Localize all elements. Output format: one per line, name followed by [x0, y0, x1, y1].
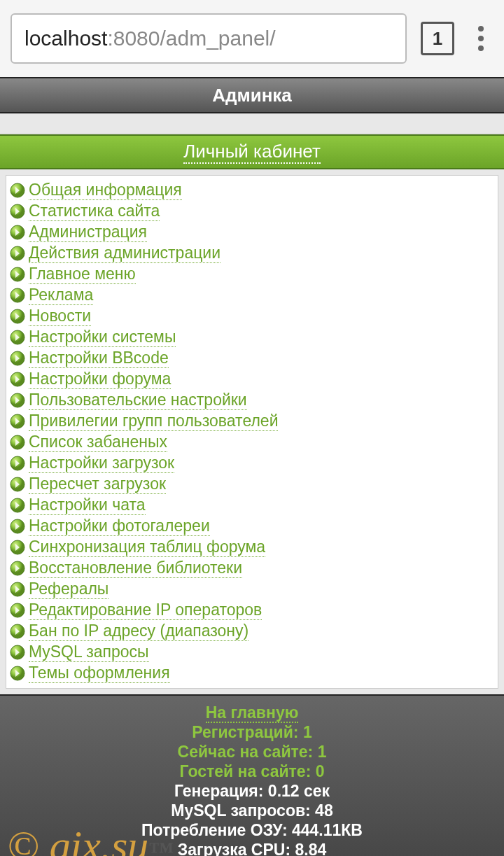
home-link[interactable]: На главную — [206, 703, 299, 723]
menu-link[interactable]: Настройки форума — [29, 370, 171, 389]
arrow-bullet-icon — [9, 476, 26, 493]
arrow-bullet-icon — [9, 560, 26, 577]
arrow-bullet-icon — [9, 623, 26, 640]
menu-link[interactable]: Пересчет загрузок — [29, 475, 166, 494]
menu-link[interactable]: Настройки фотогалереи — [29, 517, 210, 536]
menu-link[interactable]: Пользовательские настройки — [29, 391, 247, 410]
menu-link[interactable]: Редактирование IP операторов — [29, 601, 262, 620]
menu-item: Привилегии групп пользователей — [9, 411, 495, 432]
arrow-bullet-icon — [9, 413, 26, 430]
menu-link[interactable]: Реклама — [29, 286, 93, 305]
arrow-bullet-icon — [9, 392, 26, 409]
menu-item: Новости — [9, 306, 495, 327]
browser-chrome: localhost:8080/adm_panel/ 1 — [0, 0, 504, 77]
menu-item: Пересчет загрузок — [9, 474, 495, 495]
menu-item: Пользовательские настройки — [9, 390, 495, 411]
menu-item: Настройки загрузок — [9, 453, 495, 474]
arrow-bullet-icon — [9, 329, 26, 346]
url-host: localhost — [24, 27, 107, 50]
stat-generation: Генерация: 0.12 сек — [0, 781, 504, 801]
arrow-bullet-icon — [9, 581, 26, 598]
menu-link[interactable]: Статистика сайта — [29, 202, 160, 221]
menu-link[interactable]: Список забаненых — [29, 433, 167, 452]
menu-link[interactable]: MySQL запросы — [29, 643, 149, 662]
arrow-bullet-icon — [9, 287, 26, 304]
more-dot-icon — [478, 45, 484, 51]
menu-link[interactable]: Действия администрации — [29, 244, 220, 263]
menu-item: Редактирование IP операторов — [9, 600, 495, 621]
menu-link[interactable]: Настройки BBcode — [29, 349, 169, 368]
arrow-bullet-icon — [9, 308, 26, 325]
menu-link[interactable]: Главное меню — [29, 265, 136, 284]
arrow-bullet-icon — [9, 350, 26, 367]
arrow-bullet-icon — [9, 434, 26, 451]
arrow-bullet-icon — [9, 539, 26, 556]
menu-item: Реклама — [9, 285, 495, 306]
watermark: © gix.su™ — [7, 822, 174, 856]
stat-mysql: MySQL запросов: 48 — [0, 801, 504, 820]
arrow-bullet-icon — [9, 644, 26, 661]
menu-item: Действия администрации — [9, 243, 495, 264]
arrow-bullet-icon — [9, 203, 26, 220]
url-path: :8080/adm_panel/ — [107, 27, 275, 50]
menu-item: Статистика сайта — [9, 201, 495, 222]
menu-link[interactable]: Восстановление библиотеки — [29, 559, 242, 578]
more-menu-button[interactable] — [468, 22, 493, 55]
stat-online: Сейчас на сайте: 1 — [0, 742, 504, 762]
menu-link[interactable]: Темы оформления — [29, 664, 170, 683]
menu-item: Общая информация — [9, 180, 495, 201]
menu-item: Настройки BBcode — [9, 348, 495, 369]
page-title: Админка — [212, 85, 292, 106]
arrow-bullet-icon — [9, 497, 26, 514]
menu-item: Настройки фотогалереи — [9, 516, 495, 537]
tab-count: 1 — [433, 28, 442, 50]
menu-item: Список забаненых — [9, 432, 495, 453]
arrow-bullet-icon — [9, 455, 26, 472]
url-bar[interactable]: localhost:8080/adm_panel/ — [10, 13, 407, 64]
menu-link[interactable]: Привилегии групп пользователей — [29, 412, 278, 431]
menu-item: Настройки системы — [9, 327, 495, 348]
arrow-bullet-icon — [9, 245, 26, 262]
page-title-bar: Админка — [0, 77, 504, 113]
more-dot-icon — [478, 36, 484, 41]
menu-link[interactable]: Бан по IP адресу (диапазону) — [29, 622, 248, 641]
arrow-bullet-icon — [9, 602, 26, 619]
admin-menu: Общая информация Статистика сайта Админи… — [6, 175, 498, 689]
more-dot-icon — [478, 26, 484, 31]
menu-item: Главное меню — [9, 264, 495, 285]
tabs-button[interactable]: 1 — [421, 22, 454, 55]
menu-link[interactable]: Администрация — [29, 223, 147, 242]
arrow-bullet-icon — [9, 266, 26, 283]
menu-link[interactable]: Синхронизация таблиц форума — [29, 538, 265, 557]
menu-link[interactable]: Настройки загрузок — [29, 454, 174, 473]
arrow-bullet-icon — [9, 665, 26, 682]
arrow-bullet-icon — [9, 224, 26, 241]
menu-link[interactable]: Новости — [29, 307, 91, 326]
menu-link[interactable]: Рефералы — [29, 580, 108, 599]
menu-item: Настройки форума — [9, 369, 495, 390]
menu-link[interactable]: Общая информация — [29, 181, 182, 200]
menu-item: Восстановление библиотеки — [9, 558, 495, 579]
footer: На главную Регистраций: 1 Сейчас на сайт… — [0, 694, 504, 856]
section-header: Личный кабинет — [0, 134, 504, 169]
stat-guests: Гостей на сайте: 0 — [0, 762, 504, 781]
section-title[interactable]: Личный кабинет — [183, 141, 321, 164]
menu-item: Темы оформления — [9, 663, 495, 684]
menu-link[interactable]: Настройки чата — [29, 496, 146, 515]
menu-link[interactable]: Настройки системы — [29, 328, 176, 347]
arrow-bullet-icon — [9, 518, 26, 535]
menu-item: Настройки чата — [9, 495, 495, 516]
arrow-bullet-icon — [9, 182, 26, 199]
menu-item: Администрация — [9, 222, 495, 243]
menu-item: MySQL запросы — [9, 642, 495, 663]
menu-item: Рефералы — [9, 579, 495, 600]
spacer — [0, 113, 504, 134]
arrow-bullet-icon — [9, 371, 26, 388]
menu-item: Синхронизация таблиц форума — [9, 537, 495, 558]
menu-item: Бан по IP адресу (диапазону) — [9, 621, 495, 642]
stat-registrations: Регистраций: 1 — [0, 722, 504, 742]
